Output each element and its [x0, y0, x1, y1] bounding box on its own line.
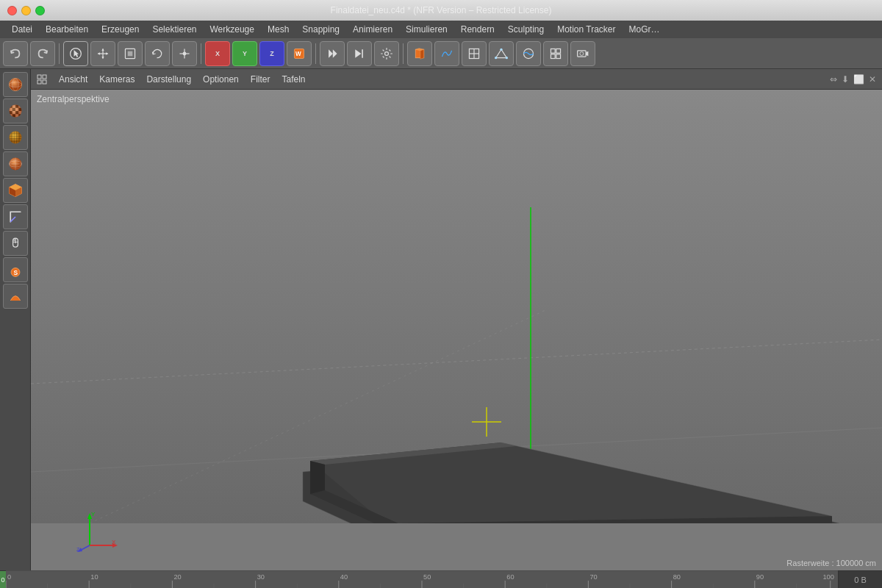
svg-rect-50 — [15, 108, 18, 111]
sep1 — [59, 43, 60, 64]
vt-down-icon[interactable]: ⬇ — [842, 74, 849, 85]
svg-rect-33 — [551, 54, 555, 58]
vt-ansicht[interactable]: Ansicht — [59, 74, 87, 85]
menu-item-erzeugen[interactable]: Erzeugen — [96, 23, 145, 36]
settings-button[interactable] — [374, 41, 399, 66]
vt-tafeln[interactable]: Tafeln — [282, 74, 305, 85]
svg-rect-57 — [12, 114, 15, 117]
vt-close-icon[interactable]: ✕ — [869, 74, 876, 85]
svg-rect-58 — [15, 114, 18, 117]
mode-mouse-button[interactable] — [3, 231, 28, 256]
camera-view-button[interactable] — [570, 41, 595, 66]
coord-system-button[interactable]: W — [287, 41, 312, 66]
svg-text:S: S — [13, 269, 18, 276]
svg-rect-55 — [18, 111, 21, 114]
rotate-tool-button[interactable] — [145, 41, 170, 66]
svg-text:30: 30 — [257, 573, 265, 581]
menu-item-motiontracker[interactable]: Motion Tracker — [551, 23, 621, 36]
svg-rect-32 — [556, 49, 561, 53]
svg-point-19 — [385, 51, 389, 55]
sep3 — [315, 43, 316, 64]
scale-tool-button[interactable] — [118, 41, 143, 66]
frame-counter: 0 B — [854, 576, 867, 584]
menu-item-snapping[interactable]: Snapping — [296, 23, 345, 36]
svg-point-27 — [500, 48, 502, 50]
material-button[interactable] — [516, 41, 541, 66]
svg-rect-88 — [37, 80, 41, 84]
mode-grid-button[interactable] — [3, 125, 28, 150]
menu-item-rendern[interactable]: Rendern — [455, 23, 501, 36]
menu-item-werkzeuge[interactable]: Werkzeuge — [204, 23, 259, 36]
svg-point-28 — [495, 57, 497, 59]
svg-rect-44 — [9, 105, 12, 108]
3d-viewport[interactable]: Zentralperspektive — [31, 90, 882, 570]
menu-item-mesh[interactable]: Mesh — [262, 23, 295, 36]
move-tool-button[interactable] — [90, 41, 115, 66]
deform-button[interactable] — [489, 41, 514, 66]
z-axis-button[interactable]: Z — [259, 41, 284, 66]
svg-rect-87 — [43, 75, 46, 79]
vt-expand-icon[interactable]: ⇔ — [830, 74, 837, 85]
play-forward-button[interactable] — [347, 41, 372, 66]
svg-marker-22 — [420, 49, 424, 59]
svg-rect-89 — [43, 80, 46, 84]
transform-tool-button[interactable] — [172, 41, 197, 66]
close-button[interactable] — [7, 6, 17, 15]
vt-optionen[interactable]: Optionen — [203, 74, 239, 85]
subdiv-button[interactable] — [462, 41, 487, 66]
maximize-button[interactable] — [35, 6, 45, 15]
svg-marker-5 — [101, 57, 104, 59]
axes-widget: Y X Z — [75, 509, 119, 553]
titlebar: Finaldatei_neu.c4d * (NFR Version – Rest… — [0, 0, 882, 21]
menu-item-simulieren[interactable]: Simulieren — [400, 23, 453, 36]
minimize-button[interactable] — [21, 6, 31, 15]
mode-globe-button[interactable] — [3, 151, 28, 176]
grid-view-button[interactable] — [543, 41, 568, 66]
mode-sphere-button[interactable] — [3, 72, 28, 97]
menu-item-sculpting[interactable]: Sculpting — [502, 23, 550, 36]
vt-kameras[interactable]: Kameras — [99, 74, 135, 85]
timeline-ruler[interactable]: 0 10 20 30 40 50 60 70 80 90 100 — [6, 571, 838, 588]
viewport-container: Ansicht Kameras Darstellung Optionen Fil… — [31, 69, 882, 570]
svg-rect-35 — [578, 50, 586, 56]
redo-button[interactable] — [30, 41, 55, 66]
scene-canvas: ↖ — [31, 90, 882, 523]
mode-corner-button[interactable] — [3, 204, 28, 229]
svg-marker-16 — [333, 49, 337, 57]
timeline-playhead: 0 — [0, 571, 6, 588]
spline-button[interactable] — [434, 41, 459, 66]
vt-window-icon[interactable]: ⬜ — [853, 74, 864, 85]
svg-marker-1 — [74, 50, 79, 57]
svg-rect-56 — [9, 114, 12, 117]
x-axis-button[interactable]: X — [205, 41, 230, 66]
undo-button[interactable] — [3, 41, 28, 66]
main-area: S Ansicht Kameras Darstellung Optionen F… — [0, 69, 882, 570]
svg-text:40: 40 — [340, 573, 348, 581]
svg-rect-52 — [9, 111, 12, 114]
svg-text:20: 20 — [173, 573, 181, 581]
play-button[interactable] — [320, 41, 345, 66]
svg-text:X: X — [112, 539, 116, 545]
viewport-grid-icon — [37, 74, 47, 85]
titlebar-title: Finaldatei_neu.c4d * (NFR Version – Rest… — [331, 5, 552, 15]
mode-stroke-button[interactable]: S — [3, 257, 28, 282]
vt-filter[interactable]: Filter — [251, 74, 270, 85]
vt-darstellung[interactable]: Darstellung — [146, 74, 191, 85]
cube-button[interactable] — [407, 41, 432, 66]
svg-rect-51 — [18, 108, 21, 111]
svg-text:Y: Y — [91, 511, 96, 517]
viewport-toolbar-right: ⇔ ⬇ ⬜ ✕ — [830, 74, 876, 85]
select-tool-button[interactable] — [63, 41, 88, 66]
menu-item-datei[interactable]: Datei — [6, 23, 38, 36]
menu-item-mogr[interactable]: MoGr… — [623, 23, 666, 36]
sep4 — [403, 43, 404, 64]
y-axis-button[interactable]: Y — [232, 41, 257, 66]
svg-text:10: 10 — [90, 573, 98, 581]
svg-rect-86 — [37, 75, 41, 79]
menu-item-bearbeiten[interactable]: Bearbeiten — [40, 23, 94, 36]
mode-box-button[interactable] — [3, 178, 28, 203]
menu-item-selektieren[interactable]: Selektieren — [146, 23, 202, 36]
menu-item-animieren[interactable]: Animieren — [347, 23, 398, 36]
mode-checker-button[interactable] — [3, 98, 28, 123]
mode-sculpt-button[interactable] — [3, 284, 28, 309]
